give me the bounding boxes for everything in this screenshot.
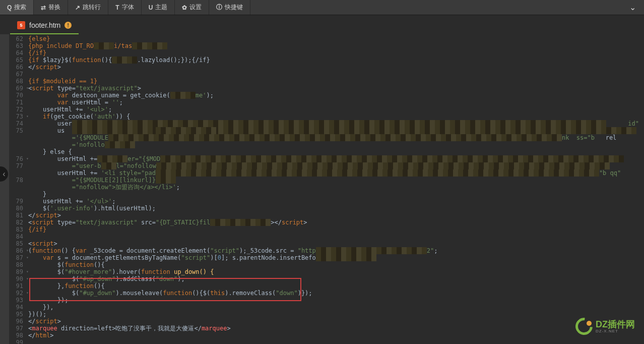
font-button[interactable]: T字体 <box>108 0 141 15</box>
chevron-left-icon: ‹ <box>3 169 5 179</box>
search-button[interactable]: Q搜索 <box>0 0 34 15</box>
theme-icon: U <box>149 4 153 11</box>
replace-label: 替换 <box>48 3 60 12</box>
code-line: {/if} <box>28 226 644 233</box>
code-line: <script type="text/javascript" src="{DT_… <box>28 219 644 226</box>
code-line: (function() {var _53code = document.crea… <box>28 247 644 254</box>
toolbar-dropdown[interactable]: ⌄ <box>621 0 644 15</box>
font-label: 字体 <box>122 3 134 12</box>
code-line: if(get_cookie('auth')) { <box>28 113 644 120</box>
toolbar: Q搜索 ⇄替换 ↗跳转行 T字体 U主题 ✿设置 ⓘ快捷键 ⌄ <box>0 0 644 15</box>
code-line <box>28 233 644 240</box>
code-line: {php include DT_ROi/tas <box>28 42 644 49</box>
tab-footer-htm[interactable]: 5 footer.htm ! <box>10 17 79 34</box>
code-line: ="{$MODULE[2][linkurl]} <box>28 177 644 184</box>
jumpline-icon: ↗ <box>75 4 80 11</box>
shortcuts-button[interactable]: ⓘ快捷键 <box>209 0 250 15</box>
warning-icon: ! <box>65 22 72 29</box>
code-line: })(); <box>28 311 644 318</box>
info-icon: ⓘ <box>216 3 222 12</box>
code-line: {if $lazy}$(function(){.lazyload();});{/… <box>28 56 644 64</box>
code-line: } else { <box>28 148 644 155</box>
code-line: {else} <box>28 35 644 42</box>
settings-button[interactable]: ✿设置 <box>175 0 209 15</box>
code-line: <script> <box>28 240 644 247</box>
code-line: $("#up_down").addClass("down"); <box>28 275 644 282</box>
code-line: userid" <box>28 120 644 127</box>
replace-button[interactable]: ⇄替换 <box>34 0 68 15</box>
code-line: $("#up_down").mouseleave(function(){$(th… <box>28 290 644 297</box>
code-line: ="user-bl="nofollow <box>28 162 644 169</box>
tab-filename: footer.htm <box>29 21 60 29</box>
code-line: </html> <box>28 332 644 339</box>
chevron-down-icon: ⌄ <box>629 3 636 12</box>
code-line: userHtml += '</ul>'; <box>28 198 644 205</box>
code-line: <script type="text/javascript"> <box>28 85 644 92</box>
code-line: var userHtml = ''; <box>28 99 644 106</box>
jumpline-label: 跳转行 <box>83 3 101 12</box>
code-area[interactable]: {else} {php include DT_ROi/tas {/if} {if… <box>28 34 644 344</box>
code-line: userHtml += '<li style="pad"b qq" <box>28 169 644 177</box>
toolbar-spacer <box>250 0 621 15</box>
font-icon: T <box>115 4 119 11</box>
code-editor[interactable]: 6263646566676869707172737475767778798081… <box>0 34 644 344</box>
replace-icon: ⇄ <box>41 4 46 11</box>
theme-button[interactable]: U主题 <box>142 0 175 15</box>
code-line <box>28 71 644 78</box>
code-line: </script> <box>28 64 644 71</box>
code-line: $(function(){ <box>28 261 644 268</box>
code-line: $("#hover_more").hover(function up_down(… <box>28 268 644 275</box>
watermark-sub: DZ-X.NET <box>596 329 635 333</box>
code-line: $('.user-info').html(userHtml); <box>28 205 644 212</box>
tab-bar: 5 footer.htm ! <box>0 15 644 34</box>
code-line: ='{$MODULEnk ss="b rel <box>28 134 644 141</box>
html-file-icon: 5 <box>17 21 25 29</box>
code-line: var destoon_uname = get_cookie(me'); <box>28 92 644 99</box>
watermark-logo-icon <box>575 318 593 335</box>
code-line: ="nofollow">加盟咨询</a></li>'; <box>28 184 644 191</box>
watermark-text: DZ插件网 <box>596 320 635 329</box>
code-line: <marquee direction=left>吃饱了没事干，我就是大傻逼</m… <box>28 325 644 332</box>
code-line: var s = document.getElementsByTagName("s… <box>28 254 644 261</box>
code-line: }); <box>28 297 644 304</box>
jumpline-button[interactable]: ↗跳转行 <box>68 0 108 15</box>
code-line: } <box>28 191 644 198</box>
left-activity-bar <box>0 34 9 344</box>
search-label: 搜索 <box>14 3 26 12</box>
code-line: userHtml +=er="{$MOD <box>28 155 644 162</box>
code-line: </script> <box>28 318 644 325</box>
watermark: DZ插件网 DZ-X.NET <box>575 318 635 335</box>
code-line: {if $moduleid == 1} <box>28 78 644 85</box>
code-line: {/if} <box>28 49 644 56</box>
code-line: </script> <box>28 212 644 219</box>
code-line: userHtml += '<ul>'; <box>28 106 644 113</box>
settings-label: 设置 <box>189 3 202 12</box>
code-line: },function(){ <box>28 282 644 290</box>
gear-icon: ✿ <box>182 4 187 11</box>
search-icon: Q <box>7 4 12 11</box>
shortcuts-label: 快捷键 <box>225 3 243 12</box>
code-line: ='nofollo <box>28 141 644 148</box>
theme-label: 主题 <box>155 3 167 12</box>
code-line: }), <box>28 304 644 311</box>
